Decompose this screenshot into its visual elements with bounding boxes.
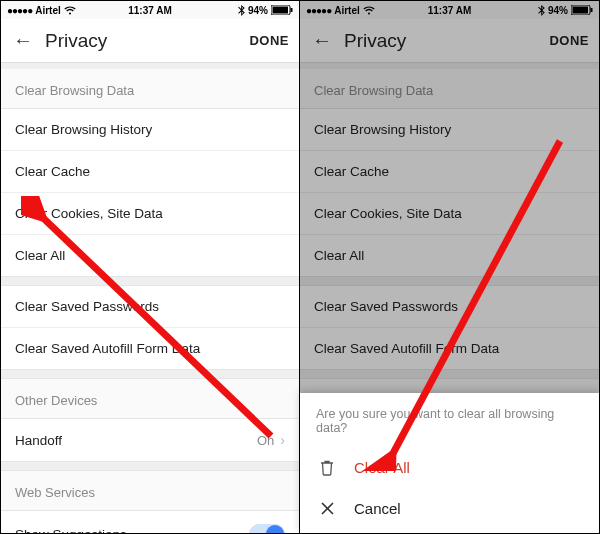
wifi-icon	[363, 6, 375, 15]
wifi-icon	[64, 6, 76, 15]
section-web-services: Web Services	[1, 470, 299, 510]
screenshot-right: ●●●●● Airtel 11:37 AM 94% ← Privacy DONE	[300, 1, 599, 533]
row-clear-cookies[interactable]: Clear Cookies, Site Data	[300, 193, 599, 235]
settings-list: Clear Browsing Data Clear Browsing Histo…	[1, 63, 299, 533]
row-clear-passwords[interactable]: Clear Saved Passwords	[1, 286, 299, 328]
carrier-label: Airtel	[35, 5, 61, 16]
chevron-right-icon: ›	[280, 432, 285, 448]
battery-pct: 94%	[248, 5, 268, 16]
signal-icon: ●●●●●	[306, 5, 331, 16]
page-title: Privacy	[45, 30, 249, 52]
svg-rect-2	[291, 8, 293, 12]
signal-icon: ●●●●●	[7, 5, 32, 16]
row-clear-autofill[interactable]: Clear Saved Autofill Form Data	[1, 328, 299, 369]
carrier-label: Airtel	[334, 5, 360, 16]
nav-header: ← Privacy DONE	[1, 19, 299, 63]
svg-rect-5	[573, 7, 589, 14]
status-bar: ●●●●● Airtel 11:37 AM 94%	[1, 1, 299, 19]
page-title: Privacy	[344, 30, 549, 52]
toggle-on-icon[interactable]	[249, 524, 285, 533]
svg-rect-1	[273, 7, 289, 14]
battery-icon	[571, 5, 593, 15]
screenshot-left: ●●●●● Airtel 11:37 AM 94% ← Privacy DONE	[1, 1, 300, 533]
sheet-message: Are you sure you want to clear all brows…	[300, 407, 599, 447]
section-clear-browsing-data: Clear Browsing Data	[300, 69, 599, 108]
action-sheet: Are you sure you want to clear all brows…	[300, 393, 599, 533]
nav-header: ← Privacy DONE	[300, 19, 599, 63]
row-clear-cache[interactable]: Clear Cache	[300, 151, 599, 193]
battery-pct: 94%	[548, 5, 568, 16]
row-clear-all[interactable]: Clear All	[1, 235, 299, 276]
section-clear-browsing-data: Clear Browsing Data	[1, 69, 299, 108]
done-button[interactable]: DONE	[549, 33, 589, 48]
battery-icon	[271, 5, 293, 15]
row-clear-all[interactable]: Clear All	[300, 235, 599, 276]
done-button[interactable]: DONE	[249, 33, 289, 48]
row-show-suggestions[interactable]: Show Suggestions	[1, 511, 299, 533]
back-arrow-icon[interactable]: ←	[310, 29, 334, 52]
row-clear-history[interactable]: Clear Browsing History	[300, 109, 599, 151]
row-clear-passwords[interactable]: Clear Saved Passwords	[300, 286, 599, 328]
row-clear-cookies[interactable]: Clear Cookies, Site Data	[1, 193, 299, 235]
close-icon	[318, 502, 336, 515]
bluetooth-icon	[538, 5, 545, 16]
row-clear-cache[interactable]: Clear Cache	[1, 151, 299, 193]
status-bar: ●●●●● Airtel 11:37 AM 94%	[300, 1, 599, 19]
row-handoff[interactable]: Handoff On›	[1, 419, 299, 461]
row-clear-history[interactable]: Clear Browsing History	[1, 109, 299, 151]
bluetooth-icon	[238, 5, 245, 16]
trash-icon	[318, 460, 336, 476]
sheet-cancel-button[interactable]: Cancel	[300, 488, 599, 529]
svg-rect-6	[591, 8, 593, 12]
row-clear-autofill[interactable]: Clear Saved Autofill Form Data	[300, 328, 599, 369]
back-arrow-icon[interactable]: ←	[11, 29, 35, 52]
section-other-devices: Other Devices	[1, 378, 299, 418]
sheet-clear-all-button[interactable]: Clear All	[300, 447, 599, 488]
